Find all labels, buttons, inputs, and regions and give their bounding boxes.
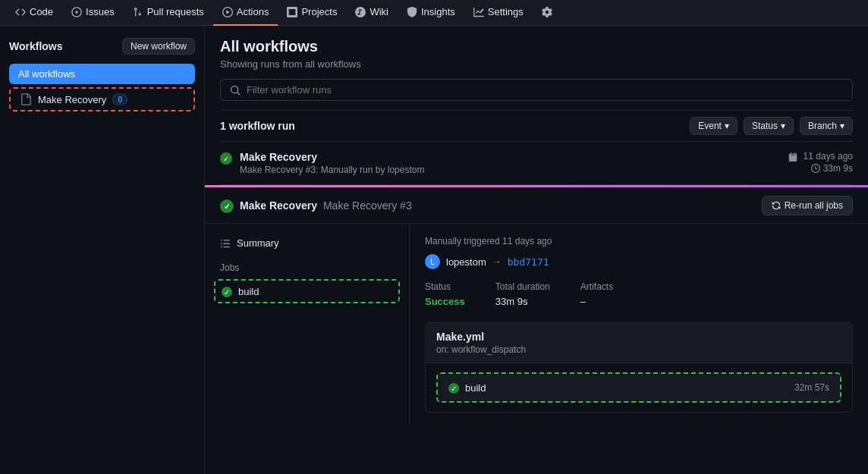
detail-title: Make Recovery Make Recovery #3	[220, 198, 412, 213]
rerun-all-jobs-button[interactable]: Re-run all jobs	[762, 196, 853, 215]
nav-pull-requests[interactable]: Pull requests	[124, 0, 213, 26]
page-subtitle: Showing runs from all workflows	[220, 58, 853, 70]
nav-insights[interactable]: Settings	[464, 0, 533, 26]
meta-duration: Total duration 33m 9s	[495, 281, 550, 307]
artifacts-label: Artifacts	[580, 281, 613, 292]
status-label: Status	[425, 281, 465, 292]
actions-icon	[222, 7, 233, 17]
detail-section: Make Recovery Make Recovery #3 Re-run al…	[205, 187, 868, 425]
workflow-item-label: Make Recovery	[38, 94, 106, 105]
event-filter-button[interactable]: Event ▾	[690, 117, 737, 135]
clock-icon	[811, 164, 820, 173]
runs-header: 1 workflow run Event ▾ Status ▾ Branch ▾	[220, 110, 853, 142]
main-layout: Workflows New workflow All workflows Mak…	[0, 26, 868, 474]
commit-arrow-icon: →	[492, 256, 502, 267]
yml-card: Make.yml on: workflow_dispatch build 32m…	[425, 322, 853, 413]
branch-chevron-icon: ▾	[840, 121, 844, 131]
run-right: 11 days ago 33m 9s	[788, 151, 853, 174]
security-icon	[407, 7, 417, 17]
detail-body: Summary Jobs build Manually triggered 11…	[205, 224, 868, 425]
settings-icon	[542, 7, 552, 17]
rerun-icon	[772, 201, 781, 210]
workflow-badge: 0	[112, 94, 127, 105]
rerun-label: Re-run all jobs	[785, 200, 843, 211]
nav-settings[interactable]	[533, 0, 565, 26]
branch-filter-button[interactable]: Branch ▾	[800, 117, 853, 135]
run-duration: 33m 9s	[788, 163, 853, 174]
duration-label: Total duration	[495, 281, 550, 292]
build-card-duration: 32m 57s	[794, 382, 829, 393]
calendar-icon	[788, 152, 797, 162]
nav-actions-label: Actions	[237, 6, 269, 17]
list-icon	[220, 238, 231, 249]
sidebar-title: Workflows	[9, 40, 63, 52]
run-time: 11 days ago	[788, 151, 853, 162]
username: lopestom	[446, 256, 486, 268]
main-content: All workflows Showing runs from all work…	[205, 26, 868, 474]
detail-main: Manually triggered 11 days ago L lopesto…	[410, 224, 868, 425]
workflow-run-row[interactable]: Make Recovery Make Recovery #3: Manually…	[220, 142, 853, 185]
nav-wiki[interactable]: Wiki	[346, 0, 398, 26]
status-filter-button[interactable]: Status ▾	[744, 117, 794, 135]
nav-projects-label: Projects	[301, 6, 337, 17]
yml-body: build 32m 57s	[426, 363, 852, 412]
build-job-item[interactable]: build	[214, 279, 400, 303]
summary-link[interactable]: Summary	[214, 233, 400, 253]
artifacts-value: –	[580, 296, 586, 307]
filter-input[interactable]	[247, 84, 843, 96]
event-chevron-icon: ▾	[725, 121, 729, 131]
nav-code[interactable]: Code	[6, 0, 62, 26]
build-job-label: build	[238, 286, 259, 297]
top-navigation: Code Issues Pull requests Actions Projec…	[0, 0, 868, 26]
status-filter-label: Status	[752, 121, 778, 131]
page-title: All workflows	[220, 38, 853, 55]
nav-wiki-label: Wiki	[370, 6, 388, 17]
commit-hash: bbd7171	[508, 256, 549, 268]
branch-filter-label: Branch	[808, 121, 837, 131]
triggered-row: L lopestom → bbd7171	[425, 254, 853, 269]
detail-header: Make Recovery Make Recovery #3 Re-run al…	[205, 188, 868, 224]
new-workflow-button[interactable]: New workflow	[122, 38, 195, 55]
status-chevron-icon: ▾	[781, 121, 785, 131]
sidebar: Workflows New workflow All workflows Mak…	[0, 26, 205, 474]
yml-header: Make.yml on: workflow_dispatch	[426, 323, 852, 363]
svg-point-1	[75, 11, 78, 14]
detail-sidebar: Summary Jobs build	[205, 224, 410, 425]
run-name: Make Recovery	[240, 151, 424, 163]
event-filter-label: Event	[698, 121, 722, 131]
insights-icon	[473, 7, 484, 17]
duration-value: 33m 9s	[495, 296, 528, 307]
filter-bar[interactable]	[220, 79, 853, 101]
detail-run-num: Make Recovery #3	[323, 199, 412, 212]
summary-label: Summary	[237, 237, 279, 249]
nav-projects[interactable]: Projects	[278, 0, 346, 26]
yml-title: Make.yml	[436, 331, 841, 343]
sidebar-item-make-recovery[interactable]: Make Recovery 0	[9, 87, 195, 111]
nav-security-label: Insights	[421, 6, 455, 17]
nav-security[interactable]: Insights	[398, 0, 464, 26]
nav-issues-label: Issues	[86, 6, 115, 17]
triggered-info: Manually triggered 11 days ago	[425, 236, 853, 246]
projects-icon	[287, 7, 297, 17]
nav-pr-label: Pull requests	[147, 6, 204, 17]
build-job-card[interactable]: build 32m 57s	[436, 372, 841, 403]
build-card-status-icon	[448, 383, 459, 394]
build-card-name: build	[465, 382, 486, 394]
workflows-section: All workflows Showing runs from all work…	[205, 26, 868, 185]
jobs-label: Jobs	[214, 262, 400, 273]
nav-actions[interactable]: Actions	[213, 0, 278, 26]
nav-issues[interactable]: Issues	[62, 0, 124, 26]
workflow-file-icon	[20, 93, 32, 105]
wiki-icon	[355, 7, 366, 17]
meta-artifacts: Artifacts –	[580, 281, 613, 307]
filter-buttons: Event ▾ Status ▾ Branch ▾	[690, 117, 853, 135]
yml-trigger: on: workflow_dispatch	[436, 344, 841, 355]
build-job-left: build	[448, 381, 486, 394]
sidebar-header: Workflows New workflow	[9, 38, 195, 55]
build-status-icon	[222, 287, 232, 297]
all-workflows-button[interactable]: All workflows	[9, 64, 195, 84]
nav-insights-label: Settings	[488, 6, 524, 17]
search-icon	[230, 85, 241, 96]
run-status-icon	[220, 152, 232, 165]
run-detail: Make Recovery #3: Manually run by lopest…	[240, 165, 424, 175]
